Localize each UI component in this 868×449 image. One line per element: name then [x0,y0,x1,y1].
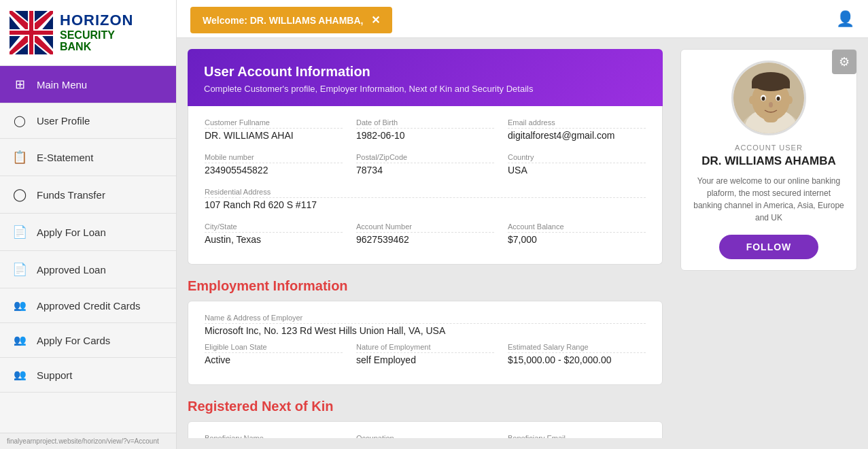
logo-text: HORIZON SECURITY BANK [60,12,133,52]
avatar [731,61,806,135]
url-bar: finalyearnproject.website/horizon/view/?… [0,433,176,449]
profile-card: ⚙ [680,49,857,271]
profile-description: Your are welcome to our online banking p… [692,175,846,224]
next-of-kin-title: Registered Next of Kin [188,399,663,414]
beneficiary-name-field: Beneficiary Name [205,434,343,438]
url-text: finalyearnproject.website/horizon/view/?… [7,437,159,445]
user-account-header: User Account Information Complete Custom… [188,49,663,106]
doc-icon: 📄 [12,224,27,239]
nature-field: Nature of Employment self Employed [356,343,494,372]
clipboard-icon: 📋 [12,150,27,165]
sidebar: HORIZON SECURITY BANK ⊞ Main Menu ◯ User… [0,0,177,449]
sidebar-nav: ⊞ Main Menu ◯ User Profile 📋 E-Statement… [0,66,176,433]
dob-value: 1982-06-10 [356,130,494,141]
sidebar-item-support[interactable]: 👥 Support [0,358,176,393]
loan-state-value: Active [205,354,343,365]
employment-block: Name & Address of Employer Microsoft Inc… [188,301,663,385]
email-field: Email address digitalforest4@gmail.com [508,118,646,148]
mobile-label: Mobile number [205,153,343,163]
nature-label: Nature of Employment [356,343,494,353]
email-label: Email address [508,118,646,129]
svg-point-17 [777,97,780,101]
sidebar-item-approved-credit-cards[interactable]: 👥 Approved Credit Cards [0,288,176,323]
svg-point-20 [787,96,793,104]
country-label: Country [508,153,646,163]
sidebar-item-main-menu[interactable]: ⊞ Main Menu [0,66,176,103]
salary-label: Estimated Salary Range [508,343,646,353]
mobile-value: 234905545822 [205,165,343,176]
doc2-icon: 📄 [12,262,27,277]
logo-bank: BANK [60,41,133,53]
logo: HORIZON SECURITY BANK [0,0,176,66]
sidebar-item-e-statement[interactable]: 📋 E-Statement [0,139,176,176]
user-account-card: User Account Information Complete Custom… [188,49,663,265]
svg-point-19 [749,96,754,104]
gear-button[interactable]: ⚙ [832,50,856,74]
dob-label: Date of Birth [356,118,494,129]
welcome-text: Welcome: DR. WILLIAMS AHAMBA, [203,15,363,26]
beneficiary-email-label: Beneficiary Email [508,434,646,438]
account-number-value: 9627539462 [356,234,494,245]
city-state-value: Austin, Texas [205,234,343,245]
email-value: digitalforest4@gmail.com [508,130,646,141]
nature-value: self Employed [356,354,494,365]
grid-icon: ⊞ [12,77,27,92]
next-of-kin-card: Registered Next of Kin Beneficiary Name … [188,399,663,438]
address-value: 107 Ranch Rd 620 S #117 [205,199,646,210]
account-user-label: ACCOUNT USER [735,144,803,152]
logo-icon [10,11,53,54]
follow-button[interactable]: FOLLOW [719,235,819,259]
support-icon: 👥 [12,369,27,381]
users-icon: 👥 [12,299,27,312]
account-number-label: Account Number [356,222,494,233]
user-account-info-card: Customer Fullname DR. WILLIAMS AHAI Date… [188,106,663,265]
country-field: Country USA [508,153,646,182]
sidebar-item-approved-loan[interactable]: 📄 Approved Loan [0,251,176,288]
address-label: Residential Address [205,188,646,198]
sidebar-item-funds-transfer[interactable]: ◯ Funds Transfer [0,176,176,214]
avatar-image [733,63,806,135]
info-section: User Account Information Complete Custom… [188,49,670,438]
next-of-kin-block: Beneficiary Name Occupation Beneficiary … [188,421,663,438]
svg-rect-6 [10,31,53,35]
user-account-title: User Account Information [204,64,646,80]
logo-horizon: HORIZON [60,12,133,29]
svg-point-16 [762,97,765,101]
sidebar-item-apply-for-loan[interactable]: 📄 Apply For Loan [0,214,176,251]
beneficiary-email-field: Beneficiary Email [508,434,646,438]
employer-value: Microsoft Inc, No. 123 Rd West Hills Uni… [205,325,646,336]
customer-fullname-field: Customer Fullname DR. WILLIAMS AHAI [205,118,343,148]
sidebar-item-user-profile[interactable]: ◯ User Profile [0,103,176,139]
loan-state-field: Eligible Loan State Active [205,343,343,372]
postal-field: Postal/ZipCode 78734 [356,153,494,182]
salary-field: Estimated Salary Range $15,000.00 - $20,… [508,343,646,372]
occupation-field: Occupation [356,434,494,438]
globe-icon: ◯ [12,187,27,202]
account-icon[interactable]: 👤 [836,10,854,28]
sidebar-item-apply-for-cards[interactable]: 👥 Apply For Cards [0,323,176,358]
svg-point-18 [769,102,773,107]
users2-icon: 👥 [12,334,27,346]
postal-label: Postal/ZipCode [356,153,494,163]
logo-security: SECURITY [60,29,133,41]
user-icon: ◯ [12,114,27,127]
employment-title: Employment Information [188,278,663,294]
employment-card: Employment Information Name & Address of… [188,278,663,385]
loan-state-label: Eligible Loan State [205,343,343,353]
mobile-field: Mobile number 234905545822 [205,153,343,182]
user-account-subtitle: Complete Customer's profile, Employer In… [204,84,646,94]
customer-fullname-value: DR. WILLIAMS AHAI [205,130,343,141]
right-panel: ⚙ [680,49,857,438]
country-value: USA [508,165,646,176]
city-state-field: City/State Austin, Texas [205,222,343,252]
city-state-label: City/State [205,222,343,233]
close-icon[interactable]: ✕ [371,14,380,27]
salary-value: $15,000.00 - $20,000.00 [508,354,646,365]
customer-fullname-label: Customer Fullname [205,118,343,129]
svg-rect-13 [752,82,790,88]
account-number-field: Account Number 9627539462 [356,222,494,252]
account-balance-label: Account Balance [508,222,646,233]
address-field: Residential Address 107 Ranch Rd 620 S #… [205,188,646,217]
main-area: 👤 User Account Information Complete Cust… [177,0,868,449]
content-area: User Account Information Complete Custom… [177,38,868,449]
